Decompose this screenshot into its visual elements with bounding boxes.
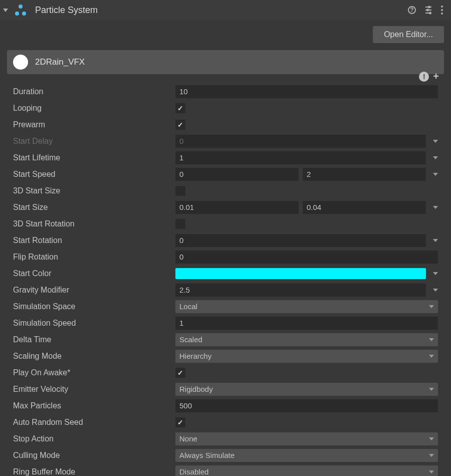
dropdown-gravity[interactable] <box>433 289 438 292</box>
module-title: 2DRain_VFX <box>35 57 441 67</box>
chevron-down-icon <box>429 454 434 457</box>
color-swatch-start-color[interactable] <box>175 268 426 279</box>
prop-3d-start-rotation: 3D Start Rotation <box>8 215 444 232</box>
svg-point-6 <box>428 7 430 8</box>
label-start-rotation: Start Rotation <box>10 236 175 245</box>
label-start-size: Start Size <box>10 203 175 212</box>
prop-start-delay: Start Delay <box>8 133 444 149</box>
svg-point-8 <box>429 13 431 14</box>
input-sim-speed[interactable] <box>175 317 438 330</box>
preset-icon[interactable] <box>424 6 433 15</box>
prop-looping: Looping <box>8 100 444 116</box>
input-start-size-b[interactable] <box>303 201 426 214</box>
prop-gravity: Gravity Modifier <box>8 282 444 298</box>
input-start-delay <box>175 135 426 148</box>
prop-max-particles: Max Particles <box>8 397 444 414</box>
open-editor-button[interactable]: Open Editor... <box>373 26 444 43</box>
select-scaling-mode[interactable]: Hierarchy <box>175 350 438 363</box>
label-start-color: Start Color <box>10 269 175 278</box>
prop-start-lifetime: Start Lifetime <box>8 149 444 166</box>
prop-ring-buffer: Ring Buffer Mode Disabled <box>8 463 444 476</box>
module-icon <box>13 55 28 70</box>
prop-emitter-velocity: Emitter Velocity Rigidbody <box>8 381 444 397</box>
select-culling-mode[interactable]: Always Simulate <box>175 449 438 462</box>
input-max-particles[interactable] <box>175 399 438 412</box>
label-start-lifetime: Start Lifetime <box>10 153 175 162</box>
select-stop-action[interactable]: None <box>175 432 438 445</box>
label-gravity: Gravity Modifier <box>10 286 175 295</box>
component-title: Particle System <box>35 5 408 16</box>
warning-icon[interactable]: ! <box>419 72 429 82</box>
foldout-toggle-icon[interactable] <box>3 9 8 12</box>
select-sim-space[interactable]: Local <box>175 300 438 313</box>
dropdown-start-lifetime[interactable] <box>433 156 438 159</box>
label-delta-time: Delta Time <box>10 335 175 344</box>
label-play-on-awake: Play On Awake* <box>10 368 175 377</box>
prop-start-rotation: Start Rotation <box>8 232 444 249</box>
prop-delta-time: Delta Time Scaled <box>8 331 444 348</box>
more-options-icon[interactable] <box>441 6 443 15</box>
dropdown-start-rotation[interactable] <box>433 239 438 242</box>
prop-play-on-awake: Play On Awake* <box>8 364 444 381</box>
input-flip-rotation[interactable] <box>175 251 438 264</box>
prop-flip-rotation: Flip Rotation <box>8 249 444 265</box>
dropdown-start-delay[interactable] <box>433 140 438 143</box>
prop-culling-mode: Culling Mode Always Simulate <box>8 447 444 463</box>
checkbox-3d-start-size[interactable] <box>175 186 185 196</box>
input-start-rotation[interactable] <box>175 234 426 247</box>
label-duration: Duration <box>10 87 175 96</box>
input-start-speed-a[interactable] <box>175 168 299 181</box>
prop-start-size: Start Size <box>8 199 444 215</box>
dropdown-start-size[interactable] <box>433 206 438 209</box>
chevron-down-icon <box>429 470 434 473</box>
input-start-speed-b[interactable] <box>303 168 426 181</box>
label-start-speed: Start Speed <box>10 170 175 179</box>
dropdown-start-speed[interactable] <box>433 173 438 176</box>
label-sim-speed: Simulation Speed <box>10 319 175 328</box>
label-max-particles: Max Particles <box>10 401 175 410</box>
prop-sim-speed: Simulation Speed <box>8 315 444 331</box>
help-icon[interactable]: ? <box>408 6 416 14</box>
add-icon[interactable]: + <box>433 71 439 82</box>
select-emitter-velocity[interactable]: Rigidbody <box>175 383 438 396</box>
prop-sim-space: Simulation Space Local <box>8 298 444 315</box>
checkbox-looping[interactable] <box>175 103 185 113</box>
prop-start-color: Start Color <box>8 265 444 282</box>
checkbox-prewarm[interactable] <box>175 120 185 130</box>
particle-system-icon <box>15 5 26 16</box>
chevron-down-icon <box>429 437 434 440</box>
input-duration[interactable] <box>175 85 438 98</box>
label-flip-rotation: Flip Rotation <box>10 253 175 262</box>
svg-point-7 <box>427 10 428 11</box>
input-start-size-a[interactable] <box>175 201 299 214</box>
checkbox-3d-start-rotation[interactable] <box>175 219 185 229</box>
label-prewarm: Prewarm <box>10 120 175 129</box>
dropdown-start-color[interactable] <box>433 272 438 275</box>
checkbox-play-on-awake[interactable] <box>175 368 185 378</box>
label-ring-buffer: Ring Buffer Mode <box>10 467 175 477</box>
label-stop-action: Stop Action <box>10 434 175 443</box>
module-header[interactable]: 2DRain_VFX ! + <box>7 50 444 74</box>
input-gravity[interactable] <box>175 284 426 297</box>
prop-scaling-mode: Scaling Mode Hierarchy <box>8 348 444 364</box>
chevron-down-icon <box>429 305 434 308</box>
chevron-down-icon <box>429 388 434 391</box>
prop-stop-action: Stop Action None <box>8 430 444 447</box>
label-start-delay: Start Delay <box>10 137 175 146</box>
input-start-lifetime[interactable] <box>175 151 426 164</box>
header-icon-group: ? <box>408 6 446 15</box>
label-emitter-velocity: Emitter Velocity <box>10 385 175 394</box>
checkbox-auto-random-seed[interactable] <box>175 417 185 427</box>
prop-3d-start-size: 3D Start Size <box>8 182 444 199</box>
module-footer: ! + <box>419 71 439 82</box>
chevron-down-icon <box>429 338 434 341</box>
prop-prewarm: Prewarm <box>8 116 444 133</box>
component-header: Particle System ? <box>0 0 451 20</box>
label-culling-mode: Culling Mode <box>10 451 175 460</box>
select-ring-buffer[interactable]: Disabled <box>175 465 438 477</box>
module-container: 2DRain_VFX ! + Duration Looping Prewarm … <box>7 50 444 476</box>
label-scaling-mode: Scaling Mode <box>10 352 175 361</box>
label-sim-space: Simulation Space <box>10 302 175 311</box>
select-delta-time[interactable]: Scaled <box>175 333 438 346</box>
prop-duration: Duration <box>8 83 444 100</box>
